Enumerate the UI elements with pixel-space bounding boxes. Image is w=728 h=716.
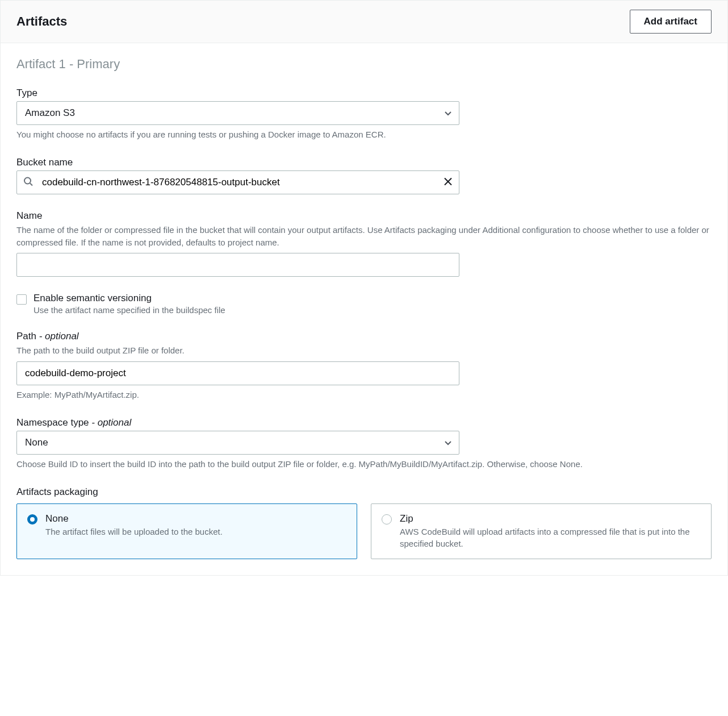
namespace-select-value: None <box>25 437 48 448</box>
radio-icon <box>27 514 37 524</box>
type-select[interactable]: Amazon S3 <box>16 101 459 125</box>
path-label: Path - optional <box>16 331 712 342</box>
namespace-select[interactable]: None <box>16 431 459 455</box>
panel-body: Artifact 1 - Primary Type Amazon S3 You … <box>1 43 727 575</box>
bucket-input[interactable] <box>16 170 459 194</box>
semver-group: Enable semantic versioning Use the artif… <box>16 293 712 315</box>
packaging-option-none[interactable]: None The artifact files will be uploaded… <box>16 503 357 559</box>
packaging-label: Artifacts packaging <box>16 486 712 498</box>
panel-title: Artifacts <box>16 14 67 29</box>
panel-header: Artifacts Add artifact <box>1 1 727 43</box>
path-group: Path - optional The path to the build ou… <box>16 331 712 401</box>
packaging-none-label: None <box>45 513 223 524</box>
svg-point-0 <box>24 177 31 184</box>
type-select-value: Amazon S3 <box>25 107 75 119</box>
namespace-group: Namespace type - optional None Choose Bu… <box>16 417 712 471</box>
semver-checkbox[interactable] <box>16 294 27 305</box>
path-example: Example: MyPath/MyArtifact.zip. <box>16 389 712 401</box>
packaging-none-description: The artifact files will be uploaded to t… <box>45 526 223 538</box>
type-label: Type <box>16 88 712 99</box>
packaging-zip-label: Zip <box>400 513 701 524</box>
path-input[interactable] <box>16 361 459 385</box>
namespace-label: Namespace type - optional <box>16 417 712 428</box>
name-label: Name <box>16 210 712 222</box>
packaging-group: Artifacts packaging None The artifact fi… <box>16 486 712 559</box>
add-artifact-button[interactable]: Add artifact <box>630 10 712 34</box>
bucket-group: Bucket name <box>16 157 712 194</box>
namespace-help: Choose Build ID to insert the build ID i… <box>16 458 712 471</box>
type-group: Type Amazon S3 You might choose no artif… <box>16 88 712 141</box>
name-description: The name of the folder or compressed fil… <box>16 224 712 249</box>
packaging-option-zip[interactable]: Zip AWS CodeBuild will upload artifacts … <box>371 503 712 559</box>
search-icon <box>23 176 34 188</box>
svg-line-1 <box>30 183 32 185</box>
artifact-section-title: Artifact 1 - Primary <box>16 57 712 72</box>
bucket-label: Bucket name <box>16 157 712 168</box>
name-input[interactable] <box>16 253 459 277</box>
artifacts-panel: Artifacts Add artifact Artifact 1 - Prim… <box>0 0 728 576</box>
packaging-zip-description: AWS CodeBuild will upload artifacts into… <box>400 526 701 550</box>
radio-icon <box>382 514 392 524</box>
path-description: The path to the build output ZIP file or… <box>16 344 712 357</box>
clear-icon[interactable] <box>444 177 453 188</box>
semver-description: Use the artifact name specified in the b… <box>34 305 225 315</box>
semver-label: Enable semantic versioning <box>34 293 225 304</box>
name-group: Name The name of the folder or compresse… <box>16 210 712 277</box>
type-help: You might choose no artifacts if you are… <box>16 128 712 141</box>
